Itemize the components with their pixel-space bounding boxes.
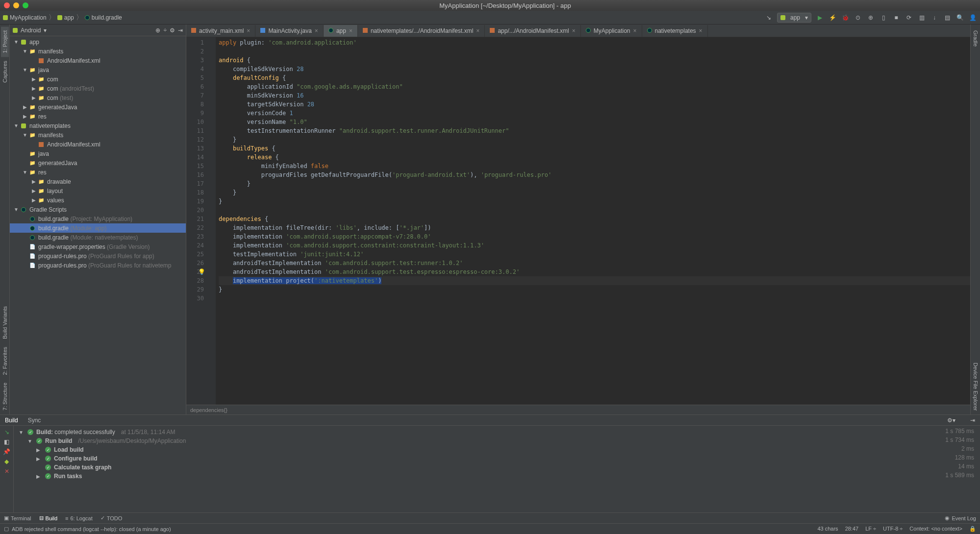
project-view-selector[interactable]: Android — [21, 27, 41, 34]
tree-item[interactable]: ▶com (androidTest) — [10, 84, 186, 93]
line-number[interactable]: 26 — [186, 259, 204, 267]
line-number[interactable]: 2 — [186, 47, 204, 56]
sync-button[interactable]: ⟳ — [905, 13, 913, 22]
editor-tab[interactable]: nativetemplates/.../AndroidManifest.xml× — [358, 25, 485, 37]
line-number[interactable]: 10 — [186, 118, 204, 126]
tab-close-icon[interactable]: × — [315, 27, 318, 34]
editor-breadcrumb[interactable]: dependencies{} — [186, 405, 970, 414]
line-number[interactable]: 25 — [186, 250, 204, 259]
debug-button[interactable]: 🐞 — [841, 13, 850, 22]
code-line[interactable]: implementation 'com.android.support.cons… — [219, 241, 970, 250]
build-tree-row[interactable]: ▶✓Configure build — [19, 454, 975, 463]
tree-item[interactable]: ▼app — [10, 37, 186, 47]
status-line-sep[interactable]: LF ÷ — [865, 526, 876, 532]
build-tree-row[interactable]: ✓Calculate task graph — [19, 463, 975, 472]
expand-arrow-icon[interactable]: ▶ — [30, 95, 37, 100]
tab-close-icon[interactable]: × — [349, 27, 352, 34]
code-line[interactable] — [219, 206, 970, 215]
build-tree-row[interactable]: ▼✓Run build /Users/jweisbaum/Desktop/MyA… — [19, 437, 975, 445]
line-number[interactable]: 20 — [186, 206, 204, 215]
line-number[interactable]: 3 — [186, 56, 204, 65]
editor-tab[interactable]: activity_main.xml× — [186, 25, 255, 37]
expand-arrow-icon[interactable]: ▶ — [30, 86, 37, 91]
code-line[interactable]: testImplementation 'junit:junit:4.12' — [219, 250, 970, 259]
tab-close-icon[interactable]: × — [633, 27, 637, 34]
status-line-col[interactable]: 28:47 — [845, 526, 859, 532]
editor-tab[interactable]: app/.../AndroidManifest.xml× — [485, 25, 580, 37]
line-number[interactable]: 19 — [186, 197, 204, 206]
tree-item[interactable]: ▶generatedJava — [10, 102, 186, 112]
status-encoding[interactable]: UTF-8 ÷ — [883, 526, 903, 532]
code-line[interactable]: } — [219, 135, 970, 144]
tree-item[interactable]: ▶layout — [10, 186, 186, 195]
expand-arrow-icon[interactable]: ▼ — [22, 170, 28, 175]
tree-item[interactable]: ▼Gradle Scripts — [10, 205, 186, 214]
scroll-to-icon[interactable]: ⊕ — [155, 27, 160, 34]
collapse-icon[interactable]: ÷ — [163, 27, 167, 34]
tree-item[interactable]: 📄gradle-wrapper.properties (Gradle Versi… — [10, 242, 186, 251]
expand-arrow-icon[interactable]: ▶ — [36, 474, 42, 479]
restart-icon[interactable]: ↘ — [4, 429, 9, 436]
gradle-tool-tab[interactable]: Gradle — [972, 26, 980, 50]
tree-item[interactable]: ▼manifests — [10, 130, 186, 140]
code-line[interactable] — [219, 47, 970, 56]
code-line[interactable]: } — [219, 197, 970, 206]
layout-inspector-icon[interactable]: ▤ — [943, 13, 952, 22]
code-line[interactable]: testInstrumentationRunner "android.suppo… — [219, 126, 970, 135]
breadcrumb-item[interactable]: build.gradle — [85, 14, 122, 21]
captures-tool-tab[interactable]: Captures — [1, 57, 9, 87]
minimize-window-button[interactable] — [13, 2, 19, 8]
expand-arrow-icon[interactable]: ▼ — [22, 67, 28, 73]
code-line[interactable]: compileSdkVersion 28 — [219, 65, 970, 73]
tree-item[interactable]: ▼res — [10, 168, 186, 177]
code-line[interactable] — [219, 294, 970, 303]
tree-item[interactable]: java — [10, 149, 186, 158]
code-line[interactable]: versionCode 1 — [219, 109, 970, 118]
structure-tool-tab[interactable]: 7: Structure — [1, 379, 9, 414]
line-number[interactable]: 8 — [186, 100, 204, 109]
code-line[interactable]: dependencies { — [219, 215, 970, 223]
project-tree[interactable]: ▼app▼manifestsAndroidManifest.xml▼java▶c… — [10, 36, 186, 414]
editor-tab[interactable]: nativetemplates× — [642, 25, 708, 37]
settings-icon[interactable]: ⚙ — [170, 27, 175, 34]
terminal-tool-tab[interactable]: ▣ Terminal — [4, 515, 31, 521]
line-number[interactable]: 15 — [186, 162, 204, 170]
tab-close-icon[interactable]: × — [699, 27, 703, 34]
search-everywhere-icon[interactable]: 🔍 — [955, 13, 964, 22]
line-number[interactable]: 9 — [186, 109, 204, 118]
editor-tab[interactable]: app× — [324, 25, 358, 37]
expand-arrow-icon[interactable]: ▶ — [22, 104, 28, 110]
tree-item[interactable]: ▶com (test) — [10, 93, 186, 102]
line-number[interactable]: 4 — [186, 65, 204, 73]
expand-arrow-icon[interactable]: ▼ — [22, 49, 28, 54]
code-line[interactable]: androidTestImplementation 'com.android.s… — [219, 259, 970, 267]
build-variants-tool-tab[interactable]: Build Variants — [1, 302, 9, 343]
expand-arrow-icon[interactable]: ▼ — [27, 438, 33, 444]
code-line[interactable]: android { — [219, 56, 970, 65]
line-number[interactable]: 12 — [186, 135, 204, 144]
code-line[interactable]: release { — [219, 153, 970, 162]
line-number[interactable]: 18 — [186, 188, 204, 197]
todo-tool-tab[interactable]: ✓ TODO — [101, 515, 123, 521]
editor-tab[interactable]: MyApplication× — [581, 25, 642, 37]
build-tool-tab[interactable]: ⊟ Build — [39, 515, 57, 521]
apply-changes-icon[interactable]: ⚡ — [828, 13, 837, 22]
expand-arrow-icon[interactable]: ▶ — [30, 76, 37, 82]
build-tree-row[interactable]: ▶✓Run tasks — [19, 472, 975, 481]
build-tree-row[interactable]: ▼✓Build: completed successfully at 11/5/… — [19, 428, 975, 437]
code-line[interactable]: apply plugin: 'com.android.application' — [219, 38, 970, 47]
zoom-window-button[interactable] — [23, 2, 28, 8]
line-number[interactable]: 7 — [186, 91, 204, 100]
sdk-manager-icon[interactable]: ↓ — [930, 13, 939, 22]
tree-item[interactable]: ▼manifests — [10, 47, 186, 56]
fold-gutter[interactable] — [207, 37, 216, 405]
tree-item[interactable]: ▶values — [10, 195, 186, 205]
line-number[interactable]: 29 — [186, 285, 204, 294]
logcat-tool-tab[interactable]: ≡ 6: Logcat — [65, 515, 93, 521]
line-number[interactable]: 17 — [186, 179, 204, 188]
line-number[interactable]: 24 — [186, 241, 204, 250]
device-explorer-tool-tab[interactable]: Device File Explorer — [972, 359, 980, 414]
code-line[interactable]: targetSdkVersion 28 — [219, 100, 970, 109]
tree-item[interactable]: build.gradle (Module: nativetemplates) — [10, 233, 186, 242]
sync-tab[interactable]: Sync — [28, 417, 41, 424]
